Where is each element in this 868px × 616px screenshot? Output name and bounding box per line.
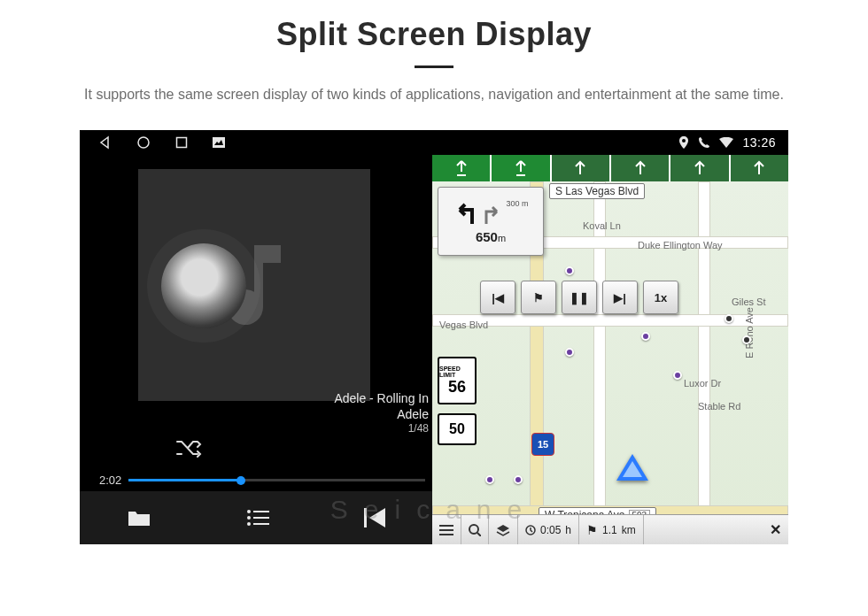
current-street-badge: S Las Vegas Blvd — [549, 183, 645, 199]
svg-rect-13 — [439, 534, 453, 535]
road-label: Vegas Blvd — [439, 320, 488, 330]
track-title: Adele - Rolling In — [334, 390, 429, 406]
progress-bar[interactable] — [128, 479, 425, 481]
prev-track-icon[interactable] — [364, 508, 385, 527]
distance-segment: ⚑ 1.1km — [579, 515, 644, 544]
turn-left-icon — [453, 199, 479, 226]
elapsed-time: 2:02 — [99, 474, 121, 487]
location-icon — [678, 136, 689, 149]
lane-guidance-bar — [432, 155, 788, 181]
poi-marker[interactable] — [485, 475, 494, 484]
lane-arrow — [552, 155, 611, 181]
road — [593, 181, 606, 514]
poi-marker[interactable] — [641, 332, 650, 341]
lane-arrow — [432, 155, 492, 181]
turn-distance: 650m — [476, 229, 506, 244]
poi-marker[interactable] — [742, 335, 751, 344]
map-flag-button[interactable]: ⚑ — [521, 281, 556, 314]
road-label: E Reno Ave — [744, 307, 755, 358]
track-index: 1/48 — [334, 422, 429, 436]
title-underline — [415, 65, 453, 68]
progress-row: 2:02 — [99, 474, 425, 487]
svg-point-14 — [469, 525, 478, 534]
music-app-pane: Adele - Rolling In Adele 1/48 2:02 — [80, 155, 432, 544]
svg-point-6 — [247, 516, 251, 520]
road-label: Stable Rd — [698, 401, 740, 412]
turn-instruction-panel: 300 m 650m — [438, 187, 544, 256]
progress-fill — [128, 479, 241, 481]
map-canvas[interactable]: Koval Ln Duke Ellington Way Giles St Lux… — [432, 181, 788, 514]
svg-rect-1 — [177, 138, 187, 148]
phone-icon — [698, 136, 710, 149]
navigation-app-pane: Koval Ln Duke Ellington Way Giles St Lux… — [432, 155, 788, 544]
turn-right-small-icon — [483, 203, 502, 226]
mini-turn-distance: 300 m — [506, 199, 528, 208]
poi-marker[interactable] — [565, 266, 574, 275]
page-title: Split Screen Display — [276, 16, 592, 53]
svg-rect-12 — [439, 529, 453, 531]
page-subtitle: It supports the same screen display of t… — [84, 84, 784, 105]
svg-point-3 — [682, 139, 686, 142]
map-layers-button[interactable] — [489, 515, 518, 544]
folder-icon[interactable] — [127, 508, 151, 527]
playlist-icon[interactable] — [246, 509, 269, 527]
back-icon[interactable] — [97, 135, 112, 150]
lane-arrow — [670, 155, 730, 181]
progress-thumb[interactable] — [236, 476, 245, 485]
track-meta: Adele - Rolling In Adele 1/48 — [334, 390, 429, 436]
map-close-button[interactable]: ✕ — [763, 515, 788, 544]
svg-rect-2 — [213, 137, 225, 148]
lane-arrow — [611, 155, 670, 181]
poi-marker[interactable] — [673, 371, 682, 380]
map-menu-button[interactable] — [432, 515, 461, 544]
poi-marker[interactable] — [725, 314, 733, 323]
map-next-button[interactable]: ▶| — [602, 281, 638, 314]
svg-point-8 — [247, 522, 251, 526]
shuffle-icon[interactable] — [175, 438, 202, 458]
svg-rect-11 — [439, 525, 453, 527]
lane-arrow — [731, 155, 788, 181]
joystick-overlay[interactable] — [161, 243, 246, 328]
road-label: Duke Ellington Way — [638, 240, 723, 250]
map-speed-button[interactable]: 1x — [643, 281, 678, 314]
home-icon[interactable] — [136, 135, 151, 150]
recents-icon[interactable] — [175, 136, 188, 149]
poi-marker[interactable] — [514, 475, 523, 484]
svg-rect-7 — [253, 517, 269, 519]
lane-arrow — [492, 155, 551, 181]
android-statusbar: 13:26 — [80, 130, 788, 155]
map-playback-controls: |◀ ⚑ ❚❚ ▶| 1x — [480, 281, 678, 314]
map-search-button[interactable] — [461, 515, 489, 544]
svg-point-0 — [138, 137, 149, 148]
map-prev-button[interactable]: |◀ — [480, 281, 515, 314]
road-label: Luxor Dr — [684, 378, 721, 389]
road-label: Giles St — [732, 296, 766, 307]
vehicle-cursor — [616, 454, 648, 481]
svg-point-4 — [247, 510, 251, 513]
music-bottom-bar — [80, 491, 432, 544]
route-number-sign: 50 — [438, 413, 477, 445]
interstate-shield: 15 — [531, 433, 554, 456]
speed-limit-sign: SPEED LIMIT 56 — [438, 357, 477, 404]
road-label: Koval Ln — [583, 220, 621, 231]
track-artist: Adele — [334, 406, 429, 422]
eta-segment: 0:05h — [518, 515, 579, 544]
svg-rect-10 — [364, 508, 367, 527]
device-frame: 13:26 Adele - Rolling In Adele 1/48 — [80, 130, 788, 544]
svg-rect-5 — [253, 511, 269, 512]
poi-marker[interactable] — [565, 348, 574, 357]
wifi-icon — [719, 137, 733, 148]
svg-rect-9 — [253, 523, 269, 525]
statusbar-clock: 13:26 — [742, 135, 776, 150]
map-bottom-bar: 0:05h ⚑ 1.1km ✕ — [432, 514, 788, 544]
map-pause-button[interactable]: ❚❚ — [562, 281, 597, 314]
road — [698, 181, 710, 514]
picture-icon[interactable] — [213, 137, 225, 148]
